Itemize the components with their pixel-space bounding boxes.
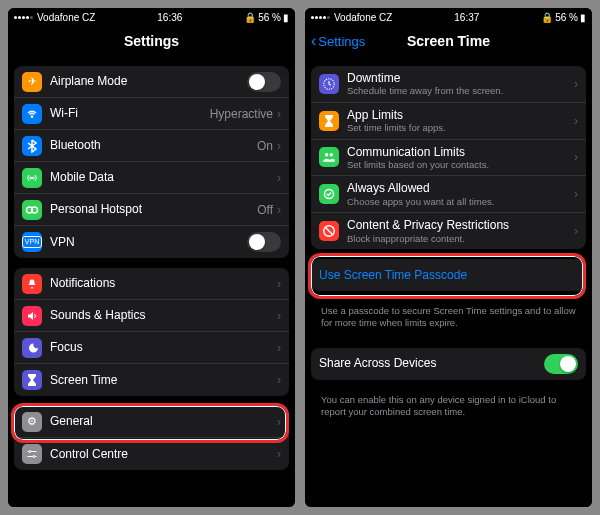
phone-settings: Vodafone CZ 16:36 🔒 56 % ▮ Settings ✈ Ai… — [8, 8, 295, 507]
page-title: Settings — [124, 33, 179, 49]
sounds-icon — [22, 306, 42, 326]
share-footer: You can enable this on any device signed… — [311, 390, 586, 427]
svg-point-0 — [31, 115, 33, 117]
nav-bar: ‹ Settings Screen Time — [305, 26, 592, 56]
svg-point-5 — [33, 456, 35, 458]
status-time: 16:37 — [454, 12, 479, 23]
row-use-passcode[interactable]: Use Screen Time Passcode — [311, 259, 586, 291]
row-content-privacy-restrictions[interactable]: Content & Privacy Restrictions Block ina… — [311, 213, 586, 249]
chevron-right-icon: › — [574, 187, 578, 201]
carrier-label: Vodafone CZ — [37, 12, 95, 23]
subtitle: Schedule time away from the screen. — [347, 85, 574, 96]
chevron-right-icon: › — [277, 277, 281, 291]
airplane-icon: ✈ — [22, 72, 42, 92]
row-communication-limits[interactable]: Communication Limits Set limits based on… — [311, 140, 586, 177]
notifications-icon — [22, 274, 42, 294]
label: Always Allowed — [347, 181, 574, 195]
signal-icon — [14, 16, 33, 19]
row-wifi[interactable]: Wi-Fi Hyperactive › — [14, 98, 289, 130]
chevron-right-icon: › — [574, 150, 578, 164]
svg-point-8 — [330, 153, 334, 157]
chevron-right-icon: › — [574, 77, 578, 91]
label: Sounds & Haptics — [50, 308, 277, 322]
chevron-right-icon: › — [277, 341, 281, 355]
airplane-toggle[interactable] — [247, 72, 281, 92]
row-always-allowed[interactable]: Always Allowed Choose apps you want at a… — [311, 176, 586, 213]
gear-icon: ⚙ — [22, 412, 42, 432]
signal-icon — [311, 16, 330, 19]
label: App Limits — [347, 108, 574, 122]
focus-icon — [22, 338, 42, 358]
status-bar: Vodafone CZ 16:37 🔒 56 % ▮ — [305, 8, 592, 26]
label: Personal Hotspot — [50, 202, 257, 216]
passcode-footer: Use a passcode to secure Screen Time set… — [311, 301, 586, 338]
subtitle: Set time limits for apps. — [347, 122, 574, 133]
row-vpn[interactable]: VPN VPN — [14, 226, 289, 258]
wifi-value: Hyperactive — [210, 107, 273, 121]
row-sounds-haptics[interactable]: Sounds & Haptics › — [14, 300, 289, 332]
row-bluetooth[interactable]: Bluetooth On › — [14, 130, 289, 162]
label: Mobile Data — [50, 170, 277, 184]
screen-time-options: Downtime Schedule time away from the scr… — [311, 66, 586, 249]
battery-icon: ▮ — [283, 12, 289, 23]
label: Bluetooth — [50, 138, 257, 152]
antenna-icon — [22, 168, 42, 188]
nav-bar: Settings — [8, 26, 295, 56]
row-app-limits[interactable]: App Limits Set time limits for apps. › — [311, 103, 586, 140]
label: Screen Time — [50, 373, 277, 387]
chevron-right-icon: › — [277, 447, 281, 461]
phone-screen-time: Vodafone CZ 16:37 🔒 56 % ▮ ‹ Settings Sc… — [305, 8, 592, 507]
no-entry-icon — [319, 221, 339, 241]
row-mobile-data[interactable]: Mobile Data › — [14, 162, 289, 194]
screen-time-content[interactable]: Downtime Schedule time away from the scr… — [305, 56, 592, 507]
label: General — [50, 414, 277, 428]
subtitle: Set limits based on your contacts. — [347, 159, 574, 170]
vpn-toggle[interactable] — [247, 232, 281, 252]
row-airplane-mode[interactable]: ✈ Airplane Mode — [14, 66, 289, 98]
battery-label: 56 % — [258, 12, 281, 23]
row-downtime[interactable]: Downtime Schedule time away from the scr… — [311, 66, 586, 103]
chevron-right-icon: › — [277, 203, 281, 217]
settings-content[interactable]: ✈ Airplane Mode Wi-Fi Hyperactive › Blue… — [8, 56, 295, 507]
back-button[interactable]: ‹ Settings — [311, 32, 365, 50]
row-personal-hotspot[interactable]: Personal Hotspot Off › — [14, 194, 289, 226]
row-notifications[interactable]: Notifications › — [14, 268, 289, 300]
label: Downtime — [347, 71, 574, 85]
share-group: Share Across Devices — [311, 348, 586, 380]
subtitle: Choose apps you want at all times. — [347, 196, 574, 207]
carrier-label: Vodafone CZ — [334, 12, 392, 23]
row-screen-time[interactable]: Screen Time › — [14, 364, 289, 396]
lock-icon: 🔒 — [541, 12, 553, 23]
row-control-centre[interactable]: Control Centre › — [14, 438, 289, 470]
chevron-right-icon: › — [277, 373, 281, 387]
svg-point-1 — [31, 177, 33, 179]
chevron-right-icon: › — [277, 107, 281, 121]
chevron-right-icon: › — [277, 171, 281, 185]
back-label: Settings — [318, 34, 365, 49]
settings-group-general: ⚙ General › Control Centre › — [14, 406, 289, 470]
chevron-right-icon: › — [277, 309, 281, 323]
label: Notifications — [50, 276, 277, 290]
label: Wi-Fi — [50, 106, 210, 120]
bluetooth-icon — [22, 136, 42, 156]
label: Control Centre — [50, 447, 277, 461]
hourglass-icon — [22, 370, 42, 390]
row-general[interactable]: ⚙ General › — [14, 406, 289, 438]
chevron-right-icon: › — [574, 224, 578, 238]
label: Content & Privacy Restrictions — [347, 218, 574, 232]
row-share-across-devices[interactable]: Share Across Devices — [311, 348, 586, 380]
row-focus[interactable]: Focus › — [14, 332, 289, 364]
people-icon — [319, 147, 339, 167]
lock-icon: 🔒 — [244, 12, 256, 23]
vpn-icon: VPN — [22, 232, 42, 252]
status-bar: Vodafone CZ 16:36 🔒 56 % ▮ — [8, 8, 295, 26]
hotspot-icon — [22, 200, 42, 220]
chevron-right-icon: › — [277, 139, 281, 153]
battery-icon: ▮ — [580, 12, 586, 23]
passcode-link: Use Screen Time Passcode — [319, 268, 467, 282]
label: Airplane Mode — [50, 74, 247, 88]
page-title: Screen Time — [407, 33, 490, 49]
share-toggle[interactable] — [544, 354, 578, 374]
settings-group-alerts: Notifications › Sounds & Haptics › Focus… — [14, 268, 289, 396]
chevron-right-icon: › — [574, 114, 578, 128]
